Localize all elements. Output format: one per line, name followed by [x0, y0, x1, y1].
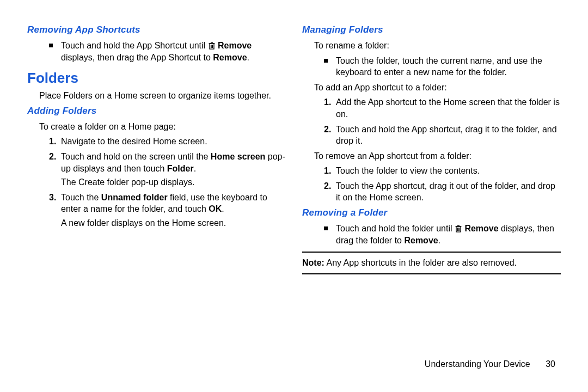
text-bold: Remove	[213, 53, 247, 62]
paragraph: The Create folder pop-up displays.	[61, 176, 286, 188]
paragraph: To remove an App shortcut from a folder:	[314, 150, 561, 162]
text-bold: Remove	[218, 41, 252, 50]
heading-removing-a-folder: Removing a Folder	[302, 207, 561, 219]
item-number: 2.	[324, 124, 331, 136]
heading-removing-app-shortcuts: Removing App Shortcuts	[27, 24, 286, 36]
note-label: Note:	[302, 258, 324, 267]
list-item: Touch and hold the folder until Remove d…	[324, 223, 561, 246]
page-number: 30	[546, 359, 555, 369]
item-number: 1.	[324, 165, 331, 177]
left-column: Removing App Shortcuts Touch and hold th…	[27, 22, 286, 354]
numbered-list: 1. Touch the folder to view the contents…	[324, 165, 561, 204]
text: Touch the	[61, 193, 101, 202]
text-bold: Home screen	[211, 152, 266, 161]
text-bold: Remove	[404, 236, 438, 245]
note-block: Note: Any App shortcuts in the folder ar…	[302, 252, 561, 274]
right-column: Managing Folders To rename a folder: Tou…	[302, 22, 561, 354]
list-item: 2. Touch and hold on the screen until th…	[49, 151, 286, 188]
text: Touch and hold the App shortcut, drag it…	[336, 125, 557, 146]
heading-adding-folders: Adding Folders	[27, 105, 286, 118]
text: .	[438, 236, 440, 245]
item-number: 2.	[324, 180, 331, 192]
bullet-list: Touch and hold the folder until Remove d…	[324, 223, 561, 246]
list-item: 2. Touch and hold the App shortcut, drag…	[324, 124, 561, 147]
text: Add the App shortcut to the Home screen …	[336, 97, 560, 119]
paragraph: A new folder displays on the Home screen…	[61, 217, 286, 229]
text: .	[222, 204, 224, 213]
text-bold: OK	[209, 204, 222, 213]
text: Touch and hold the folder until	[336, 224, 455, 233]
paragraph: To create a folder on a Home page:	[39, 121, 286, 133]
list-item: 2. Touch the App shortcut, drag it out o…	[324, 180, 561, 204]
item-number: 1.	[324, 96, 331, 108]
item-number: 3.	[49, 192, 56, 204]
paragraph: Place Folders on a Home screen to organi…	[39, 90, 286, 102]
list-item: Touch the folder, touch the current name…	[324, 55, 561, 78]
text-bold: Folder	[167, 164, 194, 173]
note-text: Any App shortcuts in the folder are also…	[324, 258, 517, 267]
text: Navigate to the desired Home screen.	[61, 137, 207, 146]
page-footer: Understanding Your Device 30	[0, 359, 588, 369]
page-content: Removing App Shortcuts Touch and hold th…	[0, 0, 588, 359]
text-bold: Unnamed folder	[101, 193, 168, 202]
numbered-list: 1. Add the App shortcut to the Home scre…	[324, 96, 561, 146]
text-bold: Remove	[464, 224, 498, 233]
text: Touch and hold on the screen until the	[61, 152, 211, 161]
text: Touch the folder to view the contents.	[336, 166, 480, 175]
list-item: 1. Add the App shortcut to the Home scre…	[324, 96, 561, 120]
trash-icon	[208, 41, 216, 50]
trash-icon	[455, 224, 462, 233]
list-item: 1. Navigate to the desired Home screen.	[49, 136, 286, 148]
paragraph: To add an App shortcut to a folder:	[314, 82, 561, 94]
item-number: 1.	[49, 136, 56, 148]
text: Touch the App shortcut, drag it out of t…	[336, 181, 555, 203]
item-number: 2.	[49, 151, 56, 163]
heading-managing-folders: Managing Folders	[302, 24, 561, 36]
bullet-list: Touch and hold the App Shortcut until Re…	[49, 40, 286, 63]
list-item: 1. Touch the folder to view the contents…	[324, 165, 561, 177]
text: Touch and hold the App Shortcut until	[61, 41, 208, 50]
numbered-list: 1. Navigate to the desired Home screen. …	[49, 136, 286, 229]
footer-section-title: Understanding Your Device	[425, 359, 530, 369]
text: Touch the folder, touch the current name…	[336, 56, 542, 77]
text: .	[247, 53, 249, 62]
bullet-list: Touch the folder, touch the current name…	[324, 55, 561, 78]
heading-folders: Folders	[27, 69, 286, 88]
list-item: Touch and hold the App Shortcut until Re…	[49, 40, 286, 63]
list-item: 3. Touch the Unnamed folder field, use t…	[49, 192, 286, 229]
text: displays, then drag the App Shortcut to	[61, 53, 213, 62]
text: .	[194, 164, 196, 173]
paragraph: To rename a folder:	[314, 40, 561, 52]
